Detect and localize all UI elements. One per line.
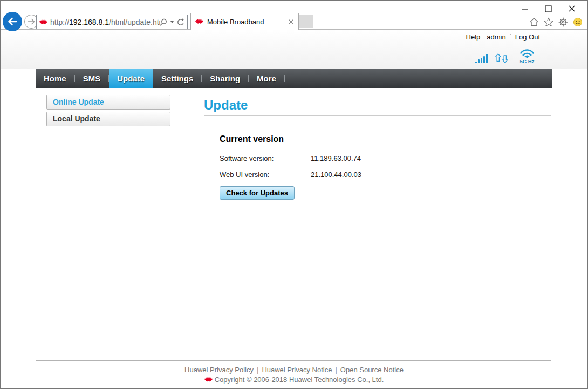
nav-separator: [284, 75, 285, 83]
webui-version-value: 21.100.44.00.03: [311, 170, 361, 179]
page-header: Help admin Log Out: [1, 30, 587, 69]
privacy-policy-link[interactable]: Huawei Privacy Policy: [184, 366, 254, 374]
nav-item-update[interactable]: Update: [109, 69, 153, 88]
browser-window: http://192.168.8.1/html/update.html: [0, 0, 588, 389]
current-version-heading: Current version: [220, 134, 284, 144]
tab-favicon-huawei: [195, 18, 203, 25]
username-label: admin: [487, 33, 505, 41]
help-link[interactable]: Help: [466, 33, 481, 41]
maximize-icon[interactable]: [544, 5, 552, 12]
page-title: Update: [204, 98, 248, 113]
footer-huawei-logo: [204, 377, 213, 383]
footer-links: Huawei Privacy Policy|Huawei Privacy Not…: [1, 366, 587, 374]
webui-version-label: Web UI version:: [220, 170, 269, 179]
sidebar-divider: [192, 92, 192, 360]
check-for-updates-button[interactable]: Check for Updates: [220, 186, 295, 200]
software-version-value: 11.189.63.00.74: [311, 154, 361, 162]
nav-item-more[interactable]: More: [249, 69, 284, 88]
back-button[interactable]: [3, 12, 22, 31]
address-dropdown-icon[interactable]: [170, 21, 174, 23]
back-arrow-icon: [6, 15, 19, 28]
huawei-favicon: [39, 19, 47, 25]
wifi-band-label: 5G Hz: [520, 58, 535, 64]
copyright-text: Copyright © 2006-2018 Huawei Technologie…: [215, 376, 384, 384]
nav-item-settings[interactable]: Settings: [153, 69, 201, 88]
footer-separator: |: [332, 366, 340, 374]
window-controls: [521, 5, 576, 12]
footer-divider: [36, 360, 551, 361]
address-bar[interactable]: http://192.168.8.1/html/update.html: [36, 15, 188, 29]
minimize-icon[interactable]: [521, 5, 528, 12]
forward-arrow-icon: [27, 17, 36, 26]
upload-download-arrows-icon: [495, 53, 509, 64]
tab-title: Mobile Broadband: [207, 18, 288, 26]
search-icon[interactable]: [160, 18, 167, 26]
tab-close-icon[interactable]: [288, 19, 294, 25]
url-text[interactable]: http://192.168.8.1/html/update.html: [50, 18, 160, 26]
nav-item-home[interactable]: Home: [36, 69, 74, 88]
logout-link[interactable]: Log Out: [515, 33, 540, 41]
signal-strength-icon: [475, 54, 488, 64]
page-content: Help admin Log Out: [1, 30, 587, 388]
sidebar-item-local-update[interactable]: Local Update: [46, 112, 170, 126]
title-divider: [204, 115, 551, 116]
home-icon[interactable]: [529, 17, 539, 27]
footer-separator: |: [254, 366, 262, 374]
nav-item-sharing[interactable]: Sharing: [202, 69, 248, 88]
software-version-label: Software version:: [220, 154, 274, 162]
user-links-separator: [510, 34, 511, 40]
close-icon[interactable]: [568, 5, 576, 12]
open-source-notice-link[interactable]: Open Source Notice: [340, 366, 404, 374]
feedback-smiley-icon[interactable]: [572, 17, 583, 27]
wifi-status-icon: 5G Hz: [516, 48, 538, 64]
refresh-icon[interactable]: [177, 18, 184, 26]
main-navigation: Home SMS Update Settings Sharing More: [36, 69, 552, 88]
sidebar-item-online-update[interactable]: Online Update: [46, 95, 170, 110]
new-tab-button[interactable]: [299, 15, 313, 28]
favorites-star-icon[interactable]: [543, 17, 553, 27]
footer-copyright-row: Copyright © 2006-2018 Huawei Technologie…: [1, 376, 587, 384]
settings-gear-icon[interactable]: [558, 17, 568, 27]
privacy-notice-link[interactable]: Huawei Privacy Notice: [262, 366, 332, 374]
nav-item-sms[interactable]: SMS: [75, 69, 109, 88]
browser-tab[interactable]: Mobile Broadband: [190, 13, 299, 30]
